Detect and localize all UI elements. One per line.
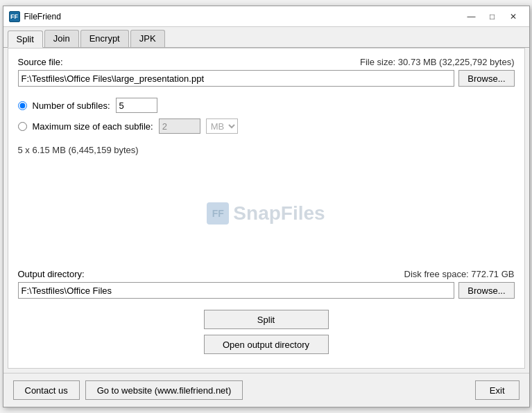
tab-join[interactable]: Join xyxy=(44,30,79,47)
source-file-header: Source file: File size: 30.73 MB (32,225… xyxy=(18,57,515,67)
output-dir-label: Output directory: xyxy=(18,269,85,279)
close-button[interactable]: ✕ xyxy=(503,10,524,24)
footer: Contact us Go to website (www.filefriend… xyxy=(3,373,529,407)
max-size-radio[interactable] xyxy=(18,122,27,131)
disk-free-info: Disk free space: 772.71 GB xyxy=(404,269,515,279)
maximize-button[interactable]: □ xyxy=(482,10,503,24)
size-info: 5 x 6.15 MB (6,445,159 bytes) xyxy=(18,142,515,158)
output-dir-browse-button[interactable]: Browse... xyxy=(458,282,514,299)
split-button[interactable]: Split xyxy=(204,310,329,329)
output-dir-input-row: Browse... xyxy=(18,282,515,299)
max-size-row: Maximum size of each subfile: MB KB GB xyxy=(18,118,515,134)
footer-left: Contact us Go to website (www.filefriend… xyxy=(13,380,243,400)
website-button[interactable]: Go to website (www.filefriend.net) xyxy=(85,380,243,400)
watermark: FF SnapFiles xyxy=(207,202,325,225)
source-file-input-row: Browse... xyxy=(18,70,515,87)
output-header: Output directory: Disk free space: 772.7… xyxy=(18,269,515,279)
num-subfiles-radio[interactable] xyxy=(18,101,27,110)
output-directory-section: Output directory: Disk free space: 772.7… xyxy=(18,269,515,299)
unit-select[interactable]: MB KB GB xyxy=(206,118,238,134)
contact-us-button[interactable]: Contact us xyxy=(13,380,80,400)
source-file-browse-button[interactable]: Browse... xyxy=(458,70,514,87)
file-size-info: File size: 30.73 MB (32,225,792 bytes) xyxy=(360,57,515,67)
tab-jpk[interactable]: JPK xyxy=(130,30,165,47)
source-file-section: Source file: File size: 30.73 MB (32,225… xyxy=(18,57,515,87)
tab-split[interactable]: Split xyxy=(8,30,43,48)
source-file-label: Source file: xyxy=(18,57,63,67)
main-window: FF FileFriend — □ ✕ Split Join Encrypt J… xyxy=(3,6,530,407)
app-icon-text: FF xyxy=(10,13,18,20)
open-output-button[interactable]: Open output directory xyxy=(204,335,329,354)
exit-button[interactable]: Exit xyxy=(475,380,520,400)
panel-inner: Source file: File size: 30.73 MB (32,225… xyxy=(8,49,524,368)
watermark-icon-text: FF xyxy=(212,208,224,219)
minimize-button[interactable]: — xyxy=(461,10,482,24)
options-section: Number of subfiles: Maximum size of each… xyxy=(18,94,515,138)
max-size-input[interactable] xyxy=(159,118,200,134)
num-subfiles-row: Number of subfiles: xyxy=(18,98,515,113)
main-panel: Source file: File size: 30.73 MB (32,225… xyxy=(8,48,525,369)
num-subfiles-label: Number of subfiles: xyxy=(33,100,110,111)
num-subfiles-input[interactable] xyxy=(116,98,157,113)
output-dir-input[interactable] xyxy=(18,282,455,299)
tab-encrypt[interactable]: Encrypt xyxy=(80,30,129,47)
buttons-section: Split Open output directory xyxy=(18,304,515,360)
title-bar-controls: — □ ✕ xyxy=(461,10,524,24)
watermark-text: SnapFiles xyxy=(233,202,325,225)
source-file-input[interactable] xyxy=(18,70,455,87)
watermark-icon: FF xyxy=(207,202,229,225)
title-bar: FF FileFriend — □ ✕ xyxy=(3,6,529,27)
app-icon: FF xyxy=(9,11,20,22)
window-title: FileFriend xyxy=(24,12,461,21)
max-size-label: Maximum size of each subfile: xyxy=(33,121,153,132)
tabs-bar: Split Join Encrypt JPK xyxy=(3,27,529,48)
watermark-area: FF SnapFiles xyxy=(18,158,515,269)
